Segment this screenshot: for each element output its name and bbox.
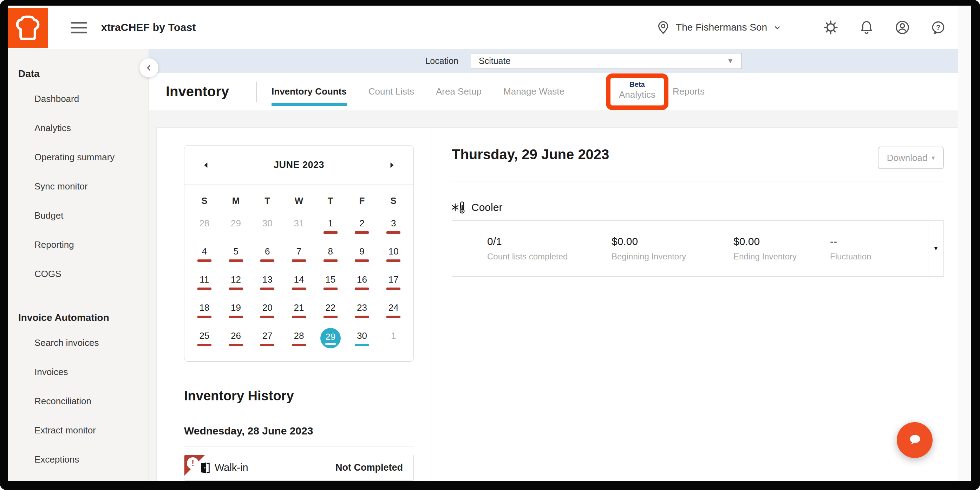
sidebar-collapse-button[interactable]: [140, 58, 158, 77]
tab-manage-waste[interactable]: Manage Waste: [503, 73, 565, 110]
calendar-day-20[interactable]: 20: [251, 296, 283, 324]
history-entry-walk-in[interactable]: !Walk-inNot Completed: [184, 455, 414, 480]
stat-value: 0/1: [487, 236, 611, 247]
day-underline: [229, 259, 243, 262]
restaurant-picker[interactable]: The Fishermans Son: [655, 20, 783, 35]
day-number: 16: [357, 274, 367, 285]
tab-count-lists[interactable]: Count Lists: [369, 73, 414, 110]
cooler-section-name: Cooler: [471, 201, 502, 213]
sidebar-item-budget[interactable]: Budget: [8, 201, 149, 230]
calendar-day-5[interactable]: 5: [220, 240, 252, 268]
calendar-day-31[interactable]: 31: [283, 212, 315, 240]
sidebar-item-operating-summary[interactable]: Operating summary: [8, 143, 149, 172]
sidebar-item-invoices[interactable]: Invoices: [8, 358, 149, 387]
calendar-day-7[interactable]: 7: [283, 240, 315, 268]
tab-inventory-counts[interactable]: Inventory Counts: [272, 73, 347, 110]
calendar-day-28[interactable]: 28: [189, 212, 220, 240]
calendar-day-11[interactable]: 11: [189, 268, 220, 296]
day-underline: [292, 259, 306, 262]
calendar-day-29[interactable]: 29: [220, 212, 252, 240]
calendar-week-row: 2526272829301: [189, 324, 409, 352]
day-underline: [260, 344, 274, 346]
chat-bubble-icon: [905, 431, 924, 450]
stat-ending-inventory: $0.00Ending Inventory: [733, 236, 830, 262]
header-icons: ?: [823, 20, 946, 35]
calendar-day-21[interactable]: 21: [283, 296, 315, 324]
calendar-day-16[interactable]: 16: [346, 268, 378, 296]
stat-label: Fluctuation: [830, 252, 871, 262]
header-right: The Fishermans Son: [655, 6, 971, 49]
inventory-counts-panel: JUNE 2023 SMTWTFS28293031123456789101112…: [156, 127, 959, 481]
calendar-day-29-selected[interactable]: 29: [315, 324, 346, 352]
sidebar-item-dashboard[interactable]: Dashboard: [8, 85, 149, 113]
tab-analytics[interactable]: Analytics: [619, 89, 655, 100]
help-icon[interactable]: ?: [931, 20, 946, 35]
notifications-bell-icon[interactable]: [859, 20, 874, 35]
day-number: 15: [325, 274, 336, 285]
day-underline: [387, 287, 401, 290]
day-detail-date: Thursday, 29 June 2023: [452, 147, 609, 162]
scrollbar-track[interactable]: [958, 6, 971, 481]
calendar-day-14[interactable]: 14: [283, 268, 315, 296]
calendar-day-12[interactable]: 12: [220, 268, 252, 296]
calendar-day-header: S: [378, 190, 409, 212]
calendar-day-18[interactable]: 18: [189, 296, 220, 324]
warning-exclamation-icon: !: [187, 457, 199, 469]
day-number: 27: [262, 330, 272, 341]
location-label: Location: [395, 49, 458, 73]
sidebar-item-extract-monitor[interactable]: Extract monitor: [8, 416, 149, 445]
calendar-day-22[interactable]: 22: [315, 296, 346, 324]
day-underline: [260, 231, 274, 234]
day-underline: [197, 316, 212, 318]
sidebar-item-cogs[interactable]: COGS: [8, 259, 149, 289]
sidebar-section-divider: [18, 298, 138, 298]
day-number: 18: [199, 302, 209, 313]
day-underline: [229, 231, 243, 234]
calendar-day-25[interactable]: 25: [189, 324, 220, 352]
inventory-history-date: Wednesday, 28 June 2023: [184, 425, 414, 437]
sidebar-item-search-invoices[interactable]: Search invoices: [8, 328, 149, 358]
tab-area-setup[interactable]: Area Setup: [436, 73, 482, 110]
calendar-day-28[interactable]: 28: [283, 324, 315, 352]
calendar-day-23[interactable]: 23: [346, 296, 378, 324]
cooler-expand-button[interactable]: ▼: [928, 221, 943, 276]
location-select[interactable]: Scituate ▼: [471, 53, 742, 69]
selected-day-circle: 29: [320, 328, 341, 348]
title-divider: [256, 81, 257, 102]
calendar-day-17[interactable]: 17: [378, 268, 409, 296]
calendar-day-9[interactable]: 9: [346, 240, 378, 268]
calendar-day-30[interactable]: 30: [251, 212, 283, 240]
sidebar-item-analytics[interactable]: Analytics: [8, 113, 149, 143]
calendar-day-13[interactable]: 13: [251, 268, 283, 296]
calendar-week-row: 28293031123: [189, 212, 409, 240]
calendar-day-2[interactable]: 2: [346, 212, 378, 240]
calendar-day-3[interactable]: 3: [378, 212, 409, 240]
calendar-day-8[interactable]: 8: [315, 240, 346, 268]
calendar-day-19[interactable]: 19: [220, 296, 252, 324]
chat-bubble-button[interactable]: [897, 422, 932, 458]
calendar-day-10[interactable]: 10: [378, 240, 409, 268]
calendar-day-4[interactable]: 4: [189, 240, 220, 268]
calendar-day-30[interactable]: 30: [346, 324, 378, 352]
calendar-day-15[interactable]: 15: [315, 268, 346, 296]
chevron-down-icon: [772, 22, 783, 33]
toast-bread-icon: [14, 14, 41, 42]
sidebar-item-sync-monitor[interactable]: Sync monitor: [8, 172, 149, 201]
calendar-day-27[interactable]: 27: [251, 324, 283, 352]
calendar-day-24[interactable]: 24: [378, 296, 409, 324]
tab-reports[interactable]: Reports: [673, 73, 705, 110]
calendar-day-1[interactable]: 1: [315, 212, 346, 240]
account-icon[interactable]: [895, 20, 910, 35]
calendar-day-1[interactable]: 1: [378, 324, 409, 352]
calendar-next-month-button[interactable]: [385, 159, 398, 172]
download-button[interactable]: Download ▾: [878, 147, 944, 169]
stat-value: $0.00: [611, 236, 733, 247]
sidebar-item-exceptions[interactable]: Exceptions: [8, 445, 149, 474]
settings-gear-icon[interactable]: [823, 20, 838, 35]
sidebar-item-reporting[interactable]: Reporting: [8, 230, 149, 259]
calendar-prev-month-button[interactable]: [200, 159, 213, 172]
calendar-day-26[interactable]: 26: [220, 324, 252, 352]
calendar-day-6[interactable]: 6: [251, 240, 283, 268]
hamburger-menu-icon[interactable]: [71, 22, 87, 34]
sidebar-item-reconciliation[interactable]: Reconciliation: [8, 387, 149, 416]
